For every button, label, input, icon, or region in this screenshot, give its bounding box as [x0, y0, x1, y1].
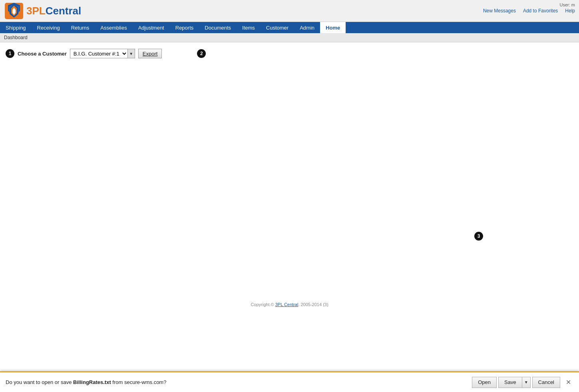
- logo-text: 3PLCentral: [26, 5, 81, 17]
- download-filename: BillingRates.txt: [73, 379, 111, 385]
- download-msg-after: from secure-wms.com?: [111, 379, 167, 385]
- save-split: Save ▼: [498, 377, 531, 388]
- user-info: User: m: [560, 2, 575, 7]
- add-to-favorites-link[interactable]: Add to Favorites: [523, 8, 558, 14]
- logo-central: Central: [46, 5, 82, 17]
- download-bar: Do you want to open or save BillingRates…: [0, 371, 579, 392]
- nav-documents[interactable]: Documents: [199, 22, 237, 33]
- step1-badge: 1: [6, 49, 14, 58]
- nav-customer[interactable]: Customer: [261, 22, 294, 33]
- breadcrumb-bar: Dashboard: [0, 33, 579, 42]
- copyright: Copyright © 3PL Central. 2005-2014 (3): [4, 300, 575, 308]
- nav-receiving[interactable]: Receiving: [32, 22, 66, 33]
- download-msg-before: Do you want to open or save: [6, 379, 73, 385]
- customer-dropdown-btn[interactable]: ▼: [127, 49, 135, 58]
- save-button[interactable]: Save: [498, 377, 522, 388]
- new-messages-link[interactable]: New Messages: [483, 8, 516, 14]
- content-area: 1 Choose a Customer B.I.G. Customer #:1 …: [0, 42, 579, 322]
- nav-adjustment[interactable]: Adjustment: [133, 22, 170, 33]
- step2-badge: 2: [197, 49, 206, 58]
- download-message: Do you want to open or save BillingRates…: [6, 379, 166, 385]
- copyright-text-after: . 2005-2014 (3): [298, 302, 328, 307]
- nav-assemblies[interactable]: Assemblies: [95, 22, 132, 33]
- choose-customer-label: Choose a Customer: [18, 51, 67, 57]
- cancel-button[interactable]: Cancel: [532, 377, 560, 388]
- nav-shipping[interactable]: Shipping: [0, 22, 32, 33]
- export-button[interactable]: Export: [138, 49, 162, 58]
- open-button[interactable]: Open: [472, 377, 497, 388]
- download-buttons: Open Save ▼ Cancel ✕: [472, 377, 573, 388]
- nav-admin[interactable]: Admin: [294, 22, 320, 33]
- help-link[interactable]: Help: [565, 8, 575, 14]
- top-bar: 3PLCentral User: m New Messages Add to F…: [0, 0, 579, 22]
- nav-returns[interactable]: Returns: [66, 22, 95, 33]
- copyright-text-before: Copyright ©: [251, 302, 275, 307]
- logo-area: 3PLCentral: [4, 2, 81, 20]
- logo-3pl: 3PL: [26, 5, 46, 17]
- save-dropdown-button[interactable]: ▼: [522, 377, 531, 388]
- close-download-bar-button[interactable]: ✕: [563, 378, 573, 386]
- nav-reports[interactable]: Reports: [170, 22, 199, 33]
- breadcrumb-dashboard: Dashboard: [4, 35, 28, 40]
- nav-items[interactable]: Items: [237, 22, 261, 33]
- step3-badge: 3: [474, 232, 483, 241]
- logo-icon: [4, 2, 24, 20]
- dashboard-controls: 1 Choose a Customer B.I.G. Customer #:1 …: [4, 46, 575, 61]
- top-right-links: New Messages Add to Favorites Help: [483, 8, 575, 14]
- nav-bar: Shipping Receiving Returns Assemblies Ad…: [0, 22, 579, 33]
- nav-home[interactable]: Home: [320, 22, 346, 33]
- customer-select-wrapper[interactable]: B.I.G. Customer #:1 ▼: [70, 49, 135, 58]
- copyright-link[interactable]: 3PL Central: [275, 302, 298, 307]
- content-main: 1 Choose a Customer B.I.G. Customer #:1 …: [4, 46, 575, 308]
- customer-select[interactable]: B.I.G. Customer #:1: [70, 49, 127, 58]
